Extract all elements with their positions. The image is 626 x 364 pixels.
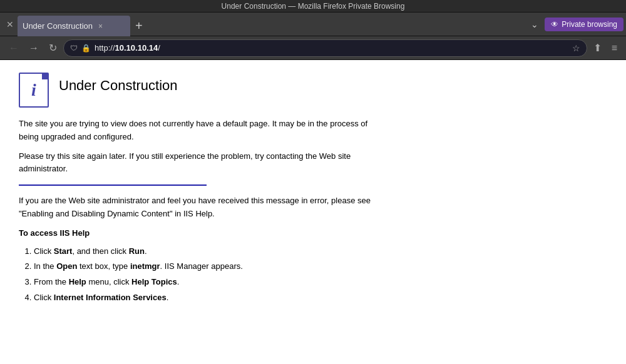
step1-bold1: Start: [54, 246, 73, 256]
nav-bar: ← → ↻ 🛡 🔒 http://10.10.10.14/ ☆ ⬆ ≡: [0, 36, 626, 60]
bookmark-star-icon[interactable]: ☆: [572, 43, 580, 53]
page-header: Under Construction: [19, 73, 607, 108]
paragraph-3: If you are the Web site administrator an…: [19, 195, 382, 221]
url-text: http://10.10.10.14/: [95, 43, 568, 53]
private-browsing-button[interactable]: 👁 Private browsing: [545, 18, 623, 31]
tab-bar-right: ⌄ 👁 Private browsing: [527, 13, 623, 36]
iis-info-icon: [19, 73, 49, 108]
step1-bold2: Run: [129, 246, 145, 256]
list-item: In the Open text box, type inetmgr. IIS …: [34, 260, 382, 273]
tab-close-button[interactable]: ×: [96, 21, 105, 32]
private-browsing-icon: 👁: [551, 20, 558, 29]
page-content: Under Construction The site you are tryi…: [0, 60, 626, 364]
list-item: From the Help menu, click Help Topics.: [34, 276, 382, 289]
lock-icon: 🔒: [81, 44, 91, 53]
step2-bold1: Open: [56, 261, 77, 271]
iis-steps-list: Click Start, and then click Run. In the …: [19, 245, 382, 305]
private-browsing-label: Private browsing: [562, 20, 617, 29]
address-bar[interactable]: 🛡 🔒 http://10.10.10.14/ ☆: [63, 39, 587, 57]
window-close-button[interactable]: ✕: [3, 13, 18, 36]
back-button[interactable]: ←: [5, 40, 23, 56]
divider: [19, 185, 207, 186]
shield-icon: 🛡: [70, 44, 78, 53]
page-title: Under Construction: [59, 78, 178, 94]
step3-bold1: Help: [69, 277, 86, 286]
title-bar-text: Under Construction — Mozilla Firefox Pri…: [222, 2, 405, 11]
reload-button[interactable]: ↻: [45, 39, 61, 56]
tab-overflow-button[interactable]: ⌄: [527, 17, 542, 32]
step4-bold1: Internet Information Services: [54, 293, 167, 302]
tab-label: Under Construction: [23, 21, 93, 31]
tab-bar: ✕ Under Construction × + ⌄ 👁 Private bro…: [0, 13, 626, 36]
iis-heading: To access IIS Help: [19, 227, 382, 240]
new-tab-button[interactable]: +: [130, 16, 148, 36]
list-item: Click Start, and then click Run.: [34, 245, 382, 258]
paragraph-1: The site you are trying to view does not…: [19, 118, 382, 144]
step3-bold2: Help Topics: [131, 277, 177, 286]
share-button[interactable]: ⬆: [590, 39, 605, 56]
doc-fold: [42, 73, 48, 79]
title-bar: Under Construction — Mozilla Firefox Pri…: [0, 0, 626, 13]
list-item: Click Internet Information Services.: [34, 291, 382, 305]
paragraph-2: Please try this site again later. If you…: [19, 150, 382, 176]
page-body: The site you are trying to view does not…: [19, 118, 382, 305]
browser-tab[interactable]: Under Construction ×: [18, 16, 130, 36]
menu-button[interactable]: ≡: [608, 40, 621, 56]
forward-button[interactable]: →: [25, 40, 43, 56]
step2-code: inetmgr: [130, 261, 160, 271]
